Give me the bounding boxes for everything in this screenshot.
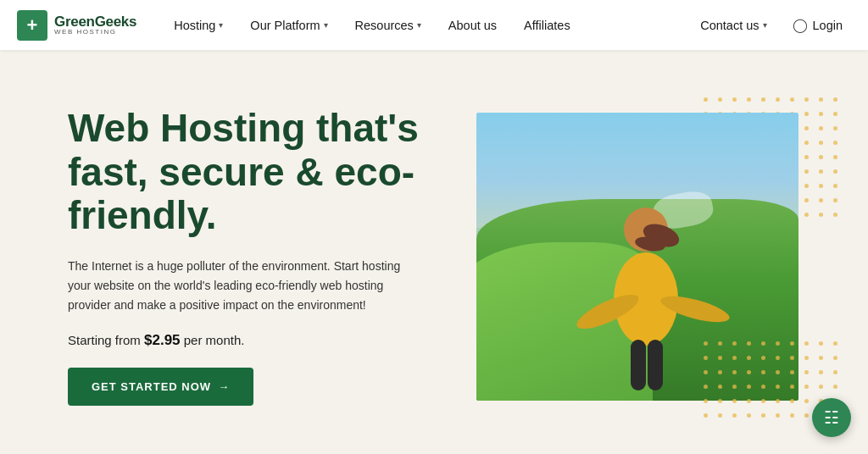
arrow-icon: → xyxy=(218,380,230,393)
svg-rect-6 xyxy=(631,340,646,390)
nav-item-hosting[interactable]: Hosting ▾ xyxy=(160,0,236,50)
nav-right: Contact us ▾ ◯ Login xyxy=(688,0,851,50)
chevron-down-icon: ▾ xyxy=(219,20,223,30)
logo-sub: WEB HOSTING xyxy=(54,29,136,36)
nav-item-affiliates[interactable]: Affiliates xyxy=(510,0,584,50)
chat-fab-button[interactable]: ☷ xyxy=(812,398,851,437)
logo-text: GreenGeeks WEB HOSTING xyxy=(54,14,136,36)
contact-us-button[interactable]: Contact us ▾ xyxy=(688,0,778,50)
nav-item-resources[interactable]: Resources ▾ xyxy=(342,0,435,50)
navbar: + GreenGeeks WEB HOSTING Hosting ▾ Our P… xyxy=(0,0,868,50)
user-icon: ◯ xyxy=(793,17,808,33)
chat-icon: ☷ xyxy=(824,407,839,428)
hero-heading: Web Hosting that's fast, secure & eco-fr… xyxy=(68,107,475,238)
login-button[interactable]: ◯ Login xyxy=(784,0,851,50)
get-started-button[interactable]: GET STARTED NOW → xyxy=(68,368,253,406)
nav-item-our-platform[interactable]: Our Platform ▾ xyxy=(236,0,341,50)
logo-brand: GreenGeeks xyxy=(54,14,136,29)
chevron-down-icon: ▾ xyxy=(417,20,421,30)
hero-price: Starting from $2.95 per month. xyxy=(68,332,475,349)
hero-section: Web Hosting that's fast, secure & eco-fr… xyxy=(0,50,868,454)
nav-links: Hosting ▾ Our Platform ▾ Resources ▾ Abo… xyxy=(160,0,688,50)
nav-item-about-us[interactable]: About us xyxy=(435,0,510,50)
hero-image-container: for(let i=0;i<90;i++) document.write('<d… xyxy=(476,113,798,401)
logo[interactable]: + GreenGeeks WEB HOSTING xyxy=(17,10,136,41)
chevron-down-icon: ▾ xyxy=(324,20,328,30)
svg-rect-7 xyxy=(648,340,663,390)
hero-description: The Internet is a huge polluter of the e… xyxy=(68,257,407,315)
logo-icon: + xyxy=(17,10,47,41)
hero-left: Web Hosting that's fast, secure & eco-fr… xyxy=(68,107,475,406)
dot-pattern-bottom: for(let i=0;i<60;i++) document.write('<d… xyxy=(704,341,814,418)
hero-right: for(let i=0;i<90;i++) document.write('<d… xyxy=(475,84,800,429)
chevron-down-icon: ▾ xyxy=(763,20,767,30)
